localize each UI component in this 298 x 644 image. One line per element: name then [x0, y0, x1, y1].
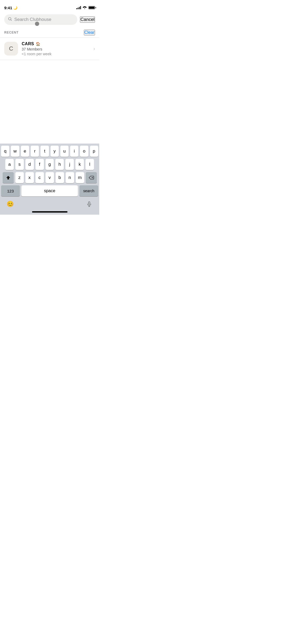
- keyboard-row-1: q w e r t y u i o p: [0, 144, 99, 157]
- key-q[interactable]: q: [1, 146, 9, 157]
- text-cursor: [35, 22, 39, 26]
- emoji-key[interactable]: 😊: [4, 199, 16, 210]
- search-icon: [8, 17, 12, 22]
- club-info: CARS 🏠 37 Members <1 room per week: [22, 42, 90, 56]
- key-u[interactable]: u: [60, 146, 69, 157]
- recent-label: RECENT: [4, 31, 19, 34]
- keyboard-row-2: a s d f g h j k l: [0, 157, 99, 170]
- key-g[interactable]: g: [46, 159, 54, 170]
- search-key[interactable]: search: [79, 185, 98, 196]
- recent-header: RECENT Clear: [0, 27, 99, 38]
- key-l[interactable]: l: [85, 159, 94, 170]
- keyboard-row-4: 123 space search: [0, 183, 99, 197]
- status-bar: 9:41 🌙: [0, 0, 99, 12]
- battery-icon: [88, 6, 95, 9]
- svg-rect-1: [88, 202, 90, 204]
- clear-button[interactable]: Clear: [84, 30, 95, 35]
- club-list-item[interactable]: C CARS 🏠 37 Members <1 room per week ›: [0, 38, 99, 60]
- key-h[interactable]: h: [55, 159, 64, 170]
- key-b[interactable]: b: [56, 172, 64, 183]
- key-i[interactable]: i: [70, 146, 78, 157]
- key-v[interactable]: v: [46, 172, 54, 183]
- club-members: 37 Members: [22, 47, 90, 51]
- club-frequency: <1 room per week: [22, 52, 90, 56]
- key-m[interactable]: m: [76, 172, 84, 183]
- space-key[interactable]: space: [21, 185, 78, 196]
- key-c[interactable]: c: [35, 172, 44, 183]
- cancel-button[interactable]: Cancel: [80, 16, 95, 23]
- signal-icon: [76, 6, 81, 9]
- key-d[interactable]: d: [25, 159, 34, 170]
- key-k[interactable]: k: [75, 159, 84, 170]
- search-area: Search Clubhouse Cancel: [0, 12, 99, 27]
- key-e[interactable]: e: [21, 146, 29, 157]
- keyboard-row-3: z x c v b n m: [0, 170, 99, 183]
- key-s[interactable]: s: [15, 159, 24, 170]
- time-text: 9:41: [4, 6, 12, 10]
- key-y[interactable]: y: [51, 146, 59, 157]
- status-time: 9:41 🌙: [4, 6, 17, 10]
- microphone-key[interactable]: [83, 199, 95, 210]
- numbers-key[interactable]: 123: [1, 185, 20, 196]
- key-n[interactable]: n: [66, 172, 74, 183]
- key-w[interactable]: w: [11, 146, 19, 157]
- search-bar[interactable]: Search Clubhouse: [4, 14, 77, 25]
- delete-key[interactable]: [86, 172, 97, 183]
- club-avatar: C: [4, 42, 18, 56]
- key-z[interactable]: z: [15, 172, 24, 183]
- club-name-row: CARS 🏠: [22, 42, 90, 46]
- key-a[interactable]: a: [5, 159, 14, 170]
- key-r[interactable]: r: [31, 146, 39, 157]
- key-x[interactable]: x: [25, 172, 34, 183]
- key-f[interactable]: f: [35, 159, 44, 170]
- key-p[interactable]: p: [90, 146, 98, 157]
- keyboard[interactable]: q w e r t y u i o p a s d f g h j k l z …: [0, 144, 99, 215]
- status-icons: [76, 6, 95, 10]
- keyboard-extras-row: 😊: [0, 197, 99, 210]
- club-name: CARS: [22, 42, 34, 46]
- key-t[interactable]: t: [40, 146, 49, 157]
- key-j[interactable]: j: [65, 159, 74, 170]
- search-placeholder: Search Clubhouse: [14, 17, 74, 22]
- shift-key[interactable]: [3, 172, 14, 183]
- home-indicator: [32, 211, 67, 213]
- club-house-icon: 🏠: [36, 42, 40, 46]
- key-o[interactable]: o: [80, 146, 88, 157]
- chevron-right-icon: ›: [93, 46, 95, 52]
- moon-icon: 🌙: [13, 6, 17, 10]
- wifi-icon: [83, 6, 87, 10]
- divider-bottom: [0, 60, 99, 60]
